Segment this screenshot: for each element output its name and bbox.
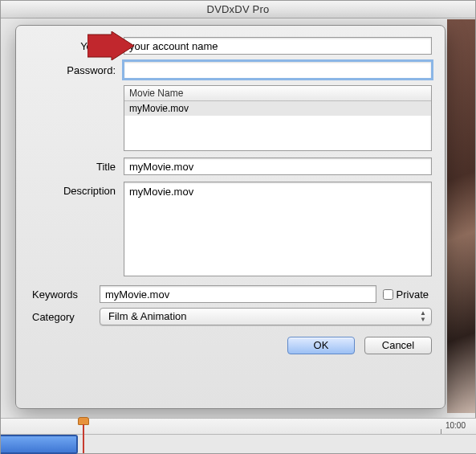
updown-icon: ▲▼: [420, 310, 426, 323]
upload-sheet: YouTub Password: Movie Name myMovie.mov …: [15, 25, 445, 409]
ok-button[interactable]: OK: [287, 337, 355, 354]
timeline-playhead[interactable]: [78, 417, 89, 440]
movies-spacer: [29, 85, 124, 88]
title-input[interactable]: [124, 157, 432, 175]
password-label: Password:: [29, 61, 124, 76]
app-window: DVDxDV Pro YouTub Password: Movie Name: [0, 0, 476, 454]
private-label: Private: [397, 288, 429, 301]
window-title: DVDxDV Pro: [1, 1, 475, 18]
password-input[interactable]: [124, 61, 432, 79]
timeline-ruler[interactable]: 10:00: [1, 419, 476, 435]
movie-list[interactable]: Movie Name myMovie.mov: [124, 85, 432, 151]
category-select[interactable]: Film & Animation ▲▼: [100, 308, 432, 325]
movie-list-item[interactable]: myMovie.mov: [124, 101, 431, 116]
timeline-tick: 10:00: [445, 421, 466, 430]
youtube-account-input[interactable]: [124, 37, 432, 55]
keywords-label: Keywords: [29, 288, 93, 301]
description-textarea[interactable]: myMovie.mov: [124, 182, 432, 276]
private-checkbox[interactable]: [383, 289, 393, 300]
title-label: Title: [29, 157, 124, 173]
description-label: Description: [29, 182, 124, 197]
category-label: Category: [29, 311, 93, 323]
timeline-clip[interactable]: [1, 435, 78, 454]
keywords-input[interactable]: [100, 285, 376, 303]
youtube-label: YouTub: [29, 37, 124, 52]
movie-list-header: Movie Name: [124, 86, 431, 101]
timeline[interactable]: 10:00: [1, 418, 476, 453]
private-wrap[interactable]: Private: [383, 288, 432, 301]
category-value: Film & Animation: [108, 310, 187, 322]
cancel-button[interactable]: Cancel: [364, 337, 432, 354]
preview-strip: [447, 19, 475, 413]
